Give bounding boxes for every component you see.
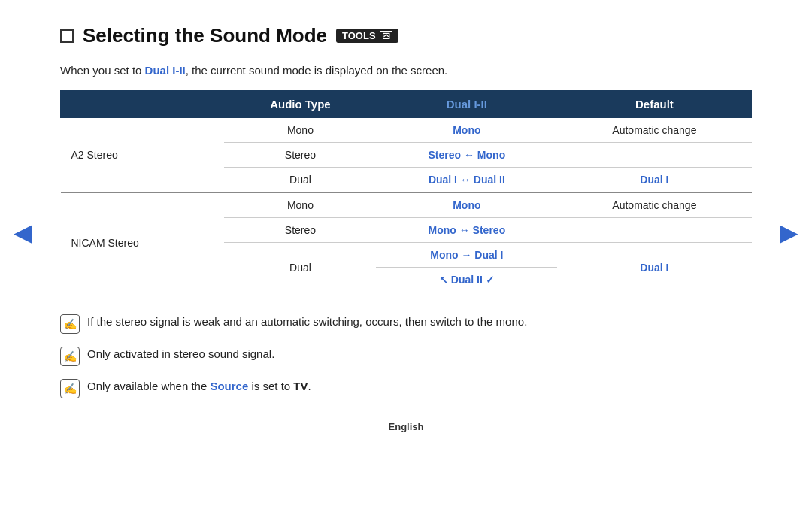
dual-ii-cell: Mono ↔ Stereo	[376, 218, 557, 243]
dual-ii-cell: Mono → Dual I	[376, 243, 557, 268]
default-cell: Dual I	[557, 243, 751, 292]
tools-ext-icon: ⮹	[380, 31, 392, 41]
footer: English	[60, 421, 752, 440]
note3-tv: TV	[293, 380, 308, 392]
note-text-2: Only activated in stereo sound signal.	[87, 346, 274, 363]
group-label-nicam: NICAM Stereo	[61, 192, 225, 292]
table-header-row: Audio Type Dual I-II Default	[61, 91, 752, 118]
note-text-1: If the stereo signal is weak and an auto…	[87, 313, 527, 331]
note3-before: Only available when the	[87, 380, 210, 392]
audio-type-cell: Stereo	[224, 143, 376, 168]
note-text-3: Only available when the Source is set to…	[87, 378, 311, 395]
note-icon-2: ✍	[60, 347, 80, 366]
footer-text: English	[389, 421, 424, 432]
intro-text-after: , the current sound mode is displayed on…	[186, 64, 448, 77]
note3-source: Source	[210, 380, 248, 392]
title-checkbox	[60, 29, 74, 43]
page-title: Selecting the Sound Mode	[83, 24, 327, 47]
title-row: Selecting the Sound Mode TOOLS ⮹	[60, 24, 752, 47]
audio-type-cell: Mono	[224, 118, 376, 143]
default-cell: Automatic change	[557, 118, 751, 143]
tools-label: TOOLS	[342, 30, 376, 41]
default-cell	[557, 143, 751, 168]
audio-type-cell: Mono	[224, 192, 376, 218]
dual-ii-cell: Mono	[376, 118, 557, 143]
default-cell: Dual I	[557, 168, 751, 193]
table-row: NICAM Stereo Mono Mono Automatic change	[61, 192, 752, 218]
col-header-empty	[61, 91, 225, 118]
nav-left-arrow[interactable]: ◀	[14, 218, 32, 247]
group-label-a2: A2 Stereo	[61, 118, 225, 193]
dual-ii-cell-sub: ↖ Dual II ✓	[376, 268, 557, 292]
col-header-default: Default	[557, 91, 751, 118]
note-item-3: ✍ Only available when the Source is set …	[60, 378, 752, 398]
audio-type-cell: Dual	[224, 243, 376, 292]
intro-text-before: When you set to	[60, 64, 145, 77]
note-item-2: ✍ Only activated in stereo sound signal.	[60, 346, 752, 366]
tools-badge: TOOLS ⮹	[336, 29, 398, 43]
dual-ii-cell: Mono	[376, 192, 557, 218]
default-cell	[557, 218, 751, 243]
note-item-1: ✍ If the stereo signal is weak and an au…	[60, 313, 752, 334]
audio-type-cell: Stereo	[224, 218, 376, 243]
intro-highlight: Dual I-II	[145, 64, 186, 77]
nav-right-arrow[interactable]: ▶	[780, 218, 798, 247]
dual-ii-cell: Stereo ↔ Mono	[376, 143, 557, 168]
note3-middle: is set to	[248, 380, 293, 392]
table-row: A2 Stereo Mono Mono Automatic change	[61, 118, 752, 143]
col-header-audio-type: Audio Type	[224, 91, 376, 118]
note-icon-3: ✍	[60, 379, 80, 398]
audio-type-cell: Dual	[224, 168, 376, 193]
default-cell: Automatic change	[557, 192, 751, 218]
col-header-dual-ii: Dual I-II	[376, 91, 557, 118]
note3-after: .	[308, 380, 311, 392]
dual-ii-cell: Dual I ↔ Dual II	[376, 168, 557, 193]
notes-section: ✍ If the stereo signal is weak and an au…	[60, 313, 752, 398]
note-icon-1: ✍	[60, 314, 80, 334]
page-container: ◀ ▶ Selecting the Sound Mode TOOLS ⮹ Whe…	[0, 0, 812, 464]
intro-paragraph: When you set to Dual I-II, the current s…	[60, 64, 752, 77]
sound-mode-table: Audio Type Dual I-II Default A2 Stereo M…	[60, 90, 752, 292]
